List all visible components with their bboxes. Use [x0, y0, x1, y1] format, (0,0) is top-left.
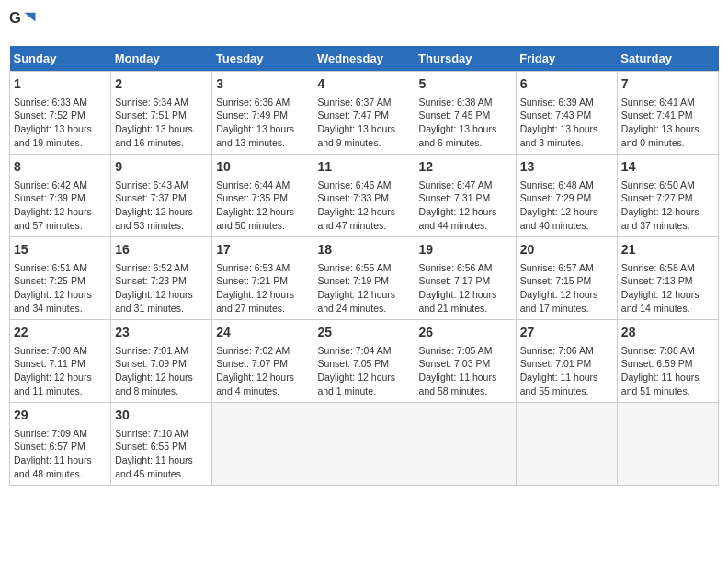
- sunset-text: Sunset: 6:59 PM: [621, 357, 714, 371]
- day-cell-20: 20Sunrise: 6:57 AMSunset: 7:15 PMDayligh…: [516, 237, 617, 320]
- daylight-text: Daylight: 13 hours and 16 minutes.: [115, 122, 208, 149]
- daylight-text: Daylight: 12 hours and 14 minutes.: [621, 288, 714, 315]
- empty-cell: [617, 403, 718, 486]
- day-number: 6: [520, 75, 613, 94]
- daylight-text: Daylight: 13 hours and 19 minutes.: [14, 122, 107, 149]
- daylight-text: Daylight: 12 hours and 44 minutes.: [419, 205, 512, 232]
- day-cell-27: 27Sunrise: 7:06 AMSunset: 7:01 PMDayligh…: [516, 320, 617, 403]
- day-cell-16: 16Sunrise: 6:52 AMSunset: 7:23 PMDayligh…: [111, 237, 212, 320]
- day-cell-19: 19Sunrise: 6:56 AMSunset: 7:17 PMDayligh…: [415, 237, 516, 320]
- day-cell-4: 4Sunrise: 6:37 AMSunset: 7:47 PMDaylight…: [313, 72, 415, 155]
- day-cell-24: 24Sunrise: 7:02 AMSunset: 7:07 PMDayligh…: [212, 320, 313, 403]
- day-cell-12: 12Sunrise: 6:47 AMSunset: 7:31 PMDayligh…: [415, 155, 516, 237]
- day-cell-15: 15Sunrise: 6:51 AMSunset: 7:25 PMDayligh…: [10, 237, 111, 320]
- day-cell-9: 9Sunrise: 6:43 AMSunset: 7:37 PMDaylight…: [111, 155, 212, 237]
- day-cell-2: 2Sunrise: 6:34 AMSunset: 7:51 PMDaylight…: [111, 72, 212, 155]
- day-number: 27: [520, 324, 613, 342]
- daylight-text: Daylight: 11 hours and 58 minutes.: [419, 371, 512, 397]
- empty-cell: [516, 403, 617, 486]
- daylight-text: Daylight: 12 hours and 40 minutes.: [520, 205, 613, 232]
- sunrise-text: Sunrise: 6:55 AM: [317, 261, 410, 275]
- day-cell-10: 10Sunrise: 6:44 AMSunset: 7:35 PMDayligh…: [212, 155, 313, 237]
- sunset-text: Sunset: 7:27 PM: [621, 191, 714, 205]
- sunrise-text: Sunrise: 6:34 AM: [115, 96, 208, 109]
- day-number: 24: [216, 324, 309, 342]
- daylight-text: Daylight: 12 hours and 34 minutes.: [14, 288, 107, 315]
- day-cell-13: 13Sunrise: 6:48 AMSunset: 7:29 PMDayligh…: [516, 155, 617, 237]
- header-day-tuesday: Tuesday: [212, 46, 313, 72]
- sunrise-text: Sunrise: 6:46 AM: [317, 178, 410, 192]
- daylight-text: Daylight: 11 hours and 45 minutes.: [115, 454, 208, 480]
- sunrise-text: Sunrise: 6:52 AM: [115, 261, 208, 275]
- logo-icon: G: [9, 9, 37, 37]
- sunset-text: Sunset: 7:49 PM: [216, 109, 309, 122]
- sunset-text: Sunset: 7:07 PM: [216, 357, 309, 371]
- day-number: 11: [317, 158, 410, 177]
- sunset-text: Sunset: 7:45 PM: [419, 109, 512, 122]
- day-cell-6: 6Sunrise: 6:39 AMSunset: 7:43 PMDaylight…: [516, 72, 617, 155]
- day-cell-29: 29Sunrise: 7:09 AMSunset: 6:57 PMDayligh…: [10, 403, 111, 486]
- daylight-text: Daylight: 12 hours and 27 minutes.: [216, 288, 309, 315]
- sunrise-text: Sunrise: 6:33 AM: [14, 96, 107, 109]
- sunset-text: Sunset: 7:15 PM: [520, 274, 613, 288]
- header-day-wednesday: Wednesday: [313, 46, 415, 72]
- daylight-text: Daylight: 11 hours and 55 minutes.: [520, 371, 613, 397]
- day-number: 21: [621, 241, 714, 259]
- sunrise-text: Sunrise: 6:56 AM: [419, 261, 512, 275]
- daylight-text: Daylight: 12 hours and 37 minutes.: [621, 205, 714, 232]
- day-number: 26: [419, 324, 512, 342]
- sunrise-text: Sunrise: 6:47 AM: [419, 178, 512, 192]
- daylight-text: Daylight: 12 hours and 17 minutes.: [520, 288, 613, 315]
- day-number: 5: [419, 75, 512, 94]
- calendar-table: SundayMondayTuesdayWednesdayThursdayFrid…: [9, 46, 719, 486]
- header-row: SundayMondayTuesdayWednesdayThursdayFrid…: [10, 46, 719, 72]
- sunrise-text: Sunrise: 6:50 AM: [621, 178, 714, 192]
- sunrise-text: Sunrise: 6:58 AM: [621, 261, 714, 275]
- day-cell-30: 30Sunrise: 7:10 AMSunset: 6:55 PMDayligh…: [111, 403, 212, 486]
- sunrise-text: Sunrise: 6:42 AM: [14, 178, 107, 192]
- header-day-monday: Monday: [111, 46, 212, 72]
- day-number: 7: [621, 75, 714, 94]
- day-number: 13: [520, 158, 613, 177]
- sunset-text: Sunset: 6:55 PM: [115, 440, 208, 454]
- day-number: 16: [115, 241, 208, 259]
- sunrise-text: Sunrise: 6:53 AM: [216, 261, 309, 275]
- day-number: 10: [216, 158, 309, 177]
- daylight-text: Daylight: 13 hours and 3 minutes.: [520, 122, 613, 149]
- day-number: 4: [317, 75, 410, 94]
- header-day-sunday: Sunday: [10, 46, 111, 72]
- sunset-text: Sunset: 7:23 PM: [115, 274, 208, 288]
- day-cell-18: 18Sunrise: 6:55 AMSunset: 7:19 PMDayligh…: [313, 237, 415, 320]
- day-number: 25: [317, 324, 410, 342]
- day-cell-11: 11Sunrise: 6:46 AMSunset: 7:33 PMDayligh…: [313, 155, 415, 237]
- sunset-text: Sunset: 7:13 PM: [621, 274, 714, 288]
- sunset-text: Sunset: 7:33 PM: [317, 191, 410, 205]
- sunset-text: Sunset: 7:11 PM: [14, 357, 107, 371]
- day-cell-17: 17Sunrise: 6:53 AMSunset: 7:21 PMDayligh…: [212, 237, 313, 320]
- day-cell-26: 26Sunrise: 7:05 AMSunset: 7:03 PMDayligh…: [415, 320, 516, 403]
- sunset-text: Sunset: 7:17 PM: [419, 274, 512, 288]
- day-cell-25: 25Sunrise: 7:04 AMSunset: 7:05 PMDayligh…: [313, 320, 415, 403]
- sunset-text: Sunset: 7:37 PM: [115, 191, 208, 205]
- day-cell-7: 7Sunrise: 6:41 AMSunset: 7:41 PMDaylight…: [617, 72, 718, 155]
- day-number: 14: [621, 158, 714, 177]
- svg-marker-1: [25, 13, 36, 22]
- day-cell-23: 23Sunrise: 7:01 AMSunset: 7:09 PMDayligh…: [111, 320, 212, 403]
- day-cell-5: 5Sunrise: 6:38 AMSunset: 7:45 PMDaylight…: [415, 72, 516, 155]
- day-number: 18: [317, 241, 410, 259]
- sunrise-text: Sunrise: 7:08 AM: [621, 344, 714, 358]
- day-number: 28: [621, 324, 714, 342]
- daylight-text: Daylight: 13 hours and 6 minutes.: [419, 122, 512, 149]
- empty-cell: [313, 403, 415, 486]
- daylight-text: Daylight: 12 hours and 53 minutes.: [115, 205, 208, 232]
- day-number: 15: [14, 241, 107, 259]
- sunrise-text: Sunrise: 7:04 AM: [317, 344, 410, 358]
- sunset-text: Sunset: 7:43 PM: [520, 109, 613, 122]
- daylight-text: Daylight: 12 hours and 31 minutes.: [115, 288, 208, 315]
- empty-cell: [415, 403, 516, 486]
- sunset-text: Sunset: 7:09 PM: [115, 357, 208, 371]
- daylight-text: Daylight: 12 hours and 24 minutes.: [317, 288, 410, 315]
- header-day-saturday: Saturday: [617, 46, 718, 72]
- page-header: G: [9, 9, 719, 37]
- daylight-text: Daylight: 13 hours and 0 minutes.: [621, 122, 714, 149]
